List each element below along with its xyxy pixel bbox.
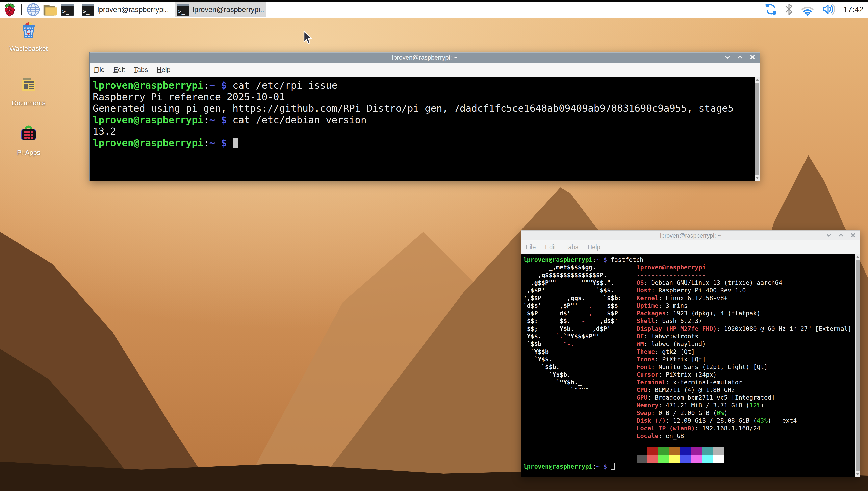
fastfetch-entry: WM: labwc (Wayland): [637, 340, 851, 348]
folder-icon: [42, 3, 58, 17]
taskbar-task-terminal-2[interactable]: >_ lproven@raspberrypi..: [175, 2, 267, 17]
palette-swatch: [637, 455, 647, 463]
raspberry-pi-logo-icon: [3, 3, 17, 17]
scrollbar-thumb[interactable]: [755, 83, 759, 175]
terminal-line: Generated using pi-gen, https://github.c…: [93, 103, 752, 114]
fastfetch-entry: Local IP (wlan0): 192.168.1.160/24: [637, 425, 851, 432]
menu-tabs[interactable]: Tabs: [565, 243, 578, 251]
fastfetch-entry: Host: Raspberry Pi 400 Rev 1.0: [637, 287, 851, 294]
debian-ascii-logo: _,met$$$$$gg. ,g$$$$$$$$$$$$$$$P. ,g$$P"…: [523, 264, 637, 463]
window-titlebar[interactable]: lproven@raspberrypi: ~: [521, 231, 860, 240]
desktop-icon-wastebasket[interactable]: Wastebasket: [6, 21, 51, 52]
scroll-up-arrow[interactable]: [855, 254, 860, 260]
scroll-down-arrow[interactable]: [855, 471, 860, 477]
desktop-icon-label: Pi-Apps: [6, 149, 51, 156]
documents-folder-icon: [19, 76, 38, 94]
terminal-line: lproven@raspberrypi:~ $: [93, 137, 752, 149]
menu-file[interactable]: File: [526, 243, 536, 251]
window-title: lproven@raspberrypi: ~: [660, 232, 721, 239]
palette-swatch: [647, 447, 658, 455]
maximize-button[interactable]: [736, 54, 744, 62]
terminal-window-1: lproven@raspberrypi: ~ FileEditTabsHelp …: [89, 52, 760, 181]
menu-tabs[interactable]: Tabs: [134, 66, 148, 74]
minimize-button[interactable]: [724, 54, 731, 62]
mouse-cursor: [301, 31, 316, 46]
svg-text:>_: >_: [83, 8, 89, 15]
wastebasket-icon: [19, 21, 38, 39]
palette-swatch: [647, 455, 658, 463]
menu-edit[interactable]: Edit: [114, 66, 125, 74]
window-title: lproven@raspberrypi: ~: [392, 54, 457, 61]
menu-help[interactable]: Help: [588, 243, 601, 251]
menubar: FileEditTabsHelp: [521, 240, 860, 254]
minimize-button[interactable]: [826, 232, 832, 239]
taskbar: >_ >_ lproven@raspberrypi.. >_ lproven@r…: [0, 2, 868, 18]
globe-icon: [26, 2, 40, 17]
desktop-icon-label: Wastebasket: [6, 45, 51, 52]
maximize-button[interactable]: [838, 232, 844, 239]
text-cursor: [233, 138, 238, 148]
terminal-launcher[interactable]: >_: [59, 2, 76, 17]
fastfetch-entry: DE: labwc:wlroots: [637, 333, 851, 340]
svg-text:>_: >_: [62, 8, 69, 15]
fastfetch-output: _,met$$$$$gg. ,g$$$$$$$$$$$$$$$P. ,g$$P"…: [523, 264, 853, 463]
terminal1-output: lproven@raspberrypi:~ $ cat /etc/rpi-iss…: [93, 80, 752, 149]
menu-edit[interactable]: Edit: [545, 243, 556, 251]
scrollbar[interactable]: [754, 77, 760, 181]
close-button[interactable]: [850, 232, 857, 239]
scrollbar-thumb[interactable]: [856, 260, 860, 471]
fastfetch-entry: Uptime: 3 mins: [637, 302, 851, 310]
close-button[interactable]: [749, 54, 756, 62]
scroll-down-arrow[interactable]: [754, 175, 760, 181]
wifi-icon[interactable]: [801, 3, 814, 17]
file-manager-launcher[interactable]: [42, 2, 59, 17]
palette-row-normal: [637, 447, 851, 455]
terminal-line: lproven@raspberrypi:~ $ cat /etc/rpi-iss…: [93, 80, 752, 91]
fastfetch-entry: OS: Debian GNU/Linux 13 (trixie) aarch64: [637, 279, 851, 287]
desktop-icon-documents[interactable]: Documents: [6, 76, 51, 107]
menu-file[interactable]: File: [94, 66, 105, 74]
terminal-line: 13.2: [93, 125, 752, 137]
palette-swatch: [713, 447, 724, 455]
text-cursor-hollow: [611, 463, 615, 470]
fastfetch-entry: Theme: gtk2 [Qt]: [637, 348, 851, 355]
menu-raspberry-button[interactable]: [0, 2, 19, 17]
web-browser-launcher[interactable]: [25, 2, 42, 17]
fastfetch-entry: Icons: PiXtrix [Qt]: [637, 355, 851, 363]
task-label: lproven@raspberrypi..: [97, 5, 169, 14]
palette-row-bright: [637, 455, 851, 463]
updates-sync-icon[interactable]: [764, 3, 777, 17]
palette-swatch: [702, 455, 713, 463]
scroll-up-arrow[interactable]: [754, 77, 760, 82]
volume-icon[interactable]: [822, 3, 836, 17]
fastfetch-entry: Kernel: Linux 6.12.58-v8+: [637, 294, 851, 302]
taskbar-status-area: 17:42: [764, 3, 868, 17]
bluetooth-icon[interactable]: [785, 3, 793, 17]
fastfetch-entry: Font: Nunito Sans (12pt, Light) [Qt]: [637, 363, 851, 371]
terminal-line: lproven@raspberrypi:~ $ cat /etc/debian_…: [93, 114, 752, 125]
terminal-icon: >_: [81, 3, 94, 16]
clock[interactable]: 17:42: [843, 5, 864, 14]
fastfetch-entry: Cursor: PiXtrix (24px): [637, 371, 851, 378]
palette-swatch: [691, 455, 702, 463]
palette-swatch: [680, 455, 691, 463]
fastfetch-entry: Memory: 471.21 MiB / 3.71 GiB (12%): [637, 402, 851, 409]
fastfetch-entry: Terminal: x-terminal-emulator: [637, 378, 851, 386]
palette-swatch: [680, 447, 691, 455]
pi-apps-icon: [19, 123, 38, 144]
window-titlebar[interactable]: lproven@raspberrypi: ~: [89, 52, 760, 63]
menubar: FileEditTabsHelp: [89, 63, 760, 77]
menu-help[interactable]: Help: [157, 66, 171, 74]
fastfetch-entry: Display (HP M27fe FHD): 1920x1080 @ 60 H…: [637, 325, 851, 333]
fastfetch-entry: Packages: 1923 (dpkg), 4 (flatpak): [637, 310, 851, 317]
scrollbar[interactable]: [855, 254, 860, 477]
desktop-icon-pi-apps[interactable]: Pi-Apps: [6, 123, 51, 156]
terminal-content[interactable]: lproven@raspberrypi:~ $ fastfetch _,met$…: [521, 254, 860, 477]
palette-swatch: [713, 455, 724, 463]
palette-swatch: [637, 447, 647, 455]
taskbar-task-terminal-1[interactable]: >_ lproven@raspberrypi..: [80, 2, 171, 17]
terminal-prompt-line: lproven@raspberrypi:~ $: [523, 463, 853, 470]
desktop-icon-label: Documents: [6, 99, 51, 107]
terminal-content[interactable]: lproven@raspberrypi:~ $ cat /etc/rpi-iss…: [89, 77, 760, 181]
palette-swatch: [669, 447, 680, 455]
